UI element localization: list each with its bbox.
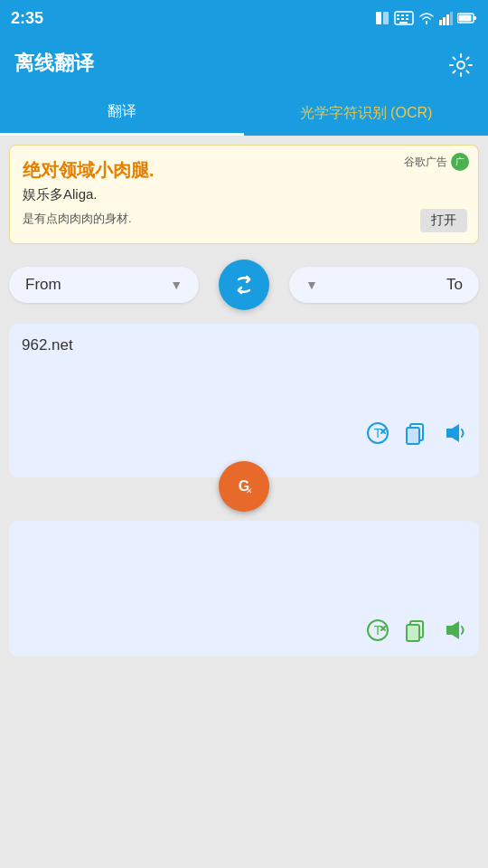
translate-button[interactable]: G ✕ [219,461,269,512]
keyboard-icon [394,11,414,25]
swap-icon [231,272,257,297]
svg-rect-7 [401,18,404,20]
copy-output-button[interactable] [403,615,428,643]
svg-rect-1 [383,12,389,24]
clear-output-button[interactable]: T [365,615,390,643]
svg-rect-0 [376,12,381,24]
settings-icon[interactable] [448,49,474,77]
ad-icon: 广 [451,153,469,171]
swap-languages-button[interactable] [219,259,269,310]
svg-point-17 [457,61,465,69]
svg-rect-16 [474,16,477,20]
svg-rect-12 [446,14,449,25]
ad-open-button[interactable]: 打开 [420,209,467,232]
tab-translate[interactable]: 翻译 [0,90,244,136]
status-icons [374,10,477,26]
svg-marker-34 [446,621,459,639]
svg-rect-9 [399,22,408,24]
svg-rect-11 [443,17,446,25]
battery-icon [457,13,477,24]
status-bar: 2:35 [0,0,488,36]
tab-ocr[interactable]: 光学字符识别 (OCR) [244,90,488,136]
sim-icon [374,10,390,26]
speak-output-button[interactable] [441,615,466,643]
to-dropdown-arrow: ▼ [305,278,318,292]
svg-rect-3 [397,14,399,16]
google-translate-icon: G ✕ [230,472,258,501]
ad-desc: 是有点肉肉肉的身材. [23,211,465,227]
tabs-bar: 翻译 光学字符识别 (OCR) [0,90,488,136]
app-title: 离线翻译 [14,50,94,77]
ad-label: 谷歌广告 广 [404,153,469,171]
svg-text:✕: ✕ [246,486,253,495]
ad-sub-text: 娱乐多Aliga. [23,186,465,203]
signal-icon [439,11,454,25]
svg-rect-8 [406,18,408,20]
header: 离线翻译 [0,36,488,90]
svg-marker-24 [446,424,459,442]
ad-banner: 谷歌广告 广 绝对领域小肉腿. 娱乐多Aliga. 是有点肉肉肉的身材. 打开 [9,145,479,244]
to-language-button[interactable]: ▼ To [289,267,479,303]
wifi-icon [418,11,436,25]
main-content: 谷歌广告 广 绝对领域小肉腿. 娱乐多Aliga. 是有点肉肉肉的身材. 打开 … [0,136,488,868]
from-dropdown-arrow: ▼ [170,278,183,292]
input-actions: T [22,418,466,446]
input-area[interactable]: 962.net T [9,324,479,477]
svg-rect-4 [401,14,404,16]
svg-rect-10 [439,20,442,25]
output-area: T [9,521,479,656]
svg-rect-13 [450,12,453,25]
output-text [22,533,466,606]
svg-rect-6 [397,18,399,20]
language-selector: From ▼ ▼ To [0,253,488,316]
output-actions: T [22,615,466,643]
svg-rect-23 [407,428,419,444]
translate-button-container: G ✕ [0,461,488,512]
status-time: 2:35 [11,9,43,28]
svg-rect-5 [406,14,408,16]
svg-rect-33 [407,625,419,641]
speak-input-button[interactable] [441,418,466,446]
clear-input-button[interactable]: T [365,418,390,446]
from-language-button[interactable]: From ▼ [9,267,199,303]
svg-rect-15 [459,15,472,22]
input-text[interactable]: 962.net [22,336,466,409]
copy-input-button[interactable] [403,418,428,446]
ad-main-text: 绝对领域小肉腿. [23,158,465,183]
